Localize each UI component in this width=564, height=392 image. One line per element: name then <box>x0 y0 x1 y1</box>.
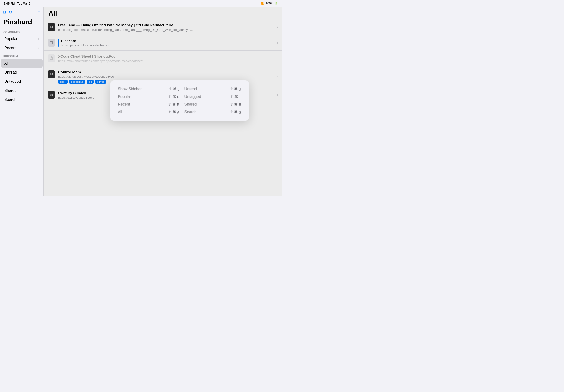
sidebar: ⊡ ⚙ + Pinshard COMMUNITY Popular › Recen… <box>0 7 44 196</box>
sidebar-item-popular-label: Popular <box>4 37 17 41</box>
settings-icon[interactable]: ⚙ <box>9 10 12 14</box>
sidebar-toggle-icon[interactable]: ⊡ <box>3 10 6 14</box>
shortcut-all-label: All <box>118 110 122 114</box>
personal-section-label: PERSONAL <box>0 53 43 59</box>
sidebar-item-recent-label: Recent <box>4 46 16 50</box>
community-section-label: COMMUNITY <box>0 28 43 34</box>
sidebar-item-search[interactable]: Search <box>1 95 42 104</box>
shortcut-recent-keys: ⇧ ⌘ R <box>168 102 179 107</box>
sidebar-item-recent[interactable]: Recent › <box>1 43 42 53</box>
battery-icon: 🔋 <box>275 2 278 5</box>
shortcut-shared: Shared ⇧ ⌘ E <box>184 102 241 107</box>
sidebar-item-all-label: All <box>4 61 9 66</box>
sidebar-item-unread-label: Unread <box>4 70 17 75</box>
shortcut-search: Search ⇧ ⌘ S <box>184 110 241 114</box>
content-area: All ✉ Free Land — Living Off Grid With N… <box>44 7 282 196</box>
sidebar-item-search-label: Search <box>4 98 16 102</box>
sidebar-toolbar: ⊡ ⚙ + <box>0 7 43 17</box>
shortcut-unread-keys: ⇧ ⌘ U <box>230 87 241 91</box>
shortcut-all: All ⇧ ⌘ A <box>118 110 179 114</box>
shortcut-shared-keys: ⇧ ⌘ E <box>230 102 241 107</box>
shortcut-untagged-label: Untagged <box>184 95 201 99</box>
shortcut-show-sidebar-keys: ⇧ ⌘ L <box>169 87 179 91</box>
shortcut-all-keys: ⇧ ⌘ A <box>168 110 179 114</box>
chevron-right-icon: › <box>38 46 39 50</box>
status-time: 5:05 PM <box>4 2 14 5</box>
sidebar-item-untagged[interactable]: Untagged <box>1 77 42 86</box>
battery-text: 100% <box>266 2 273 5</box>
sidebar-item-all[interactable]: All <box>1 59 42 68</box>
sidebar-item-unread[interactable]: Unread <box>1 68 42 77</box>
shortcuts-col-left: Show Sidebar ⇧ ⌘ L Popular ⇧ ⌘ P <box>118 87 179 114</box>
shortcut-search-keys: ⇧ ⌘ S <box>230 110 241 114</box>
wifi-icon: 📶 <box>261 2 264 5</box>
shortcut-show-sidebar: Show Sidebar ⇧ ⌘ L <box>118 87 179 91</box>
shortcuts-grid: Show Sidebar ⇧ ⌘ L Popular ⇧ ⌘ P <box>118 87 241 114</box>
sidebar-item-shared-label: Shared <box>4 88 17 93</box>
sidebar-item-popular[interactable]: Popular › <box>1 34 42 43</box>
shortcuts-modal: Show Sidebar ⇧ ⌘ L Popular ⇧ ⌘ P <box>110 80 249 121</box>
sidebar-item-untagged-label: Untagged <box>4 79 21 84</box>
sidebar-item-shared[interactable]: Shared <box>1 86 42 95</box>
shortcut-shared-label: Shared <box>184 102 197 107</box>
shortcut-recent-label: Recent <box>118 102 130 107</box>
chevron-right-icon: › <box>38 37 39 41</box>
app-title: Pinshard <box>0 17 43 28</box>
status-bar: 5:05 PM Tue Mar 9 📶 100% 🔋 <box>0 0 282 7</box>
shortcuts-col-right: Unread ⇧ ⌘ U Untagged ⇧ ⌘ T <box>180 87 241 114</box>
shortcut-show-sidebar-label: Show Sidebar <box>118 87 142 91</box>
shortcut-popular: Popular ⇧ ⌘ P <box>118 95 179 99</box>
status-date: Tue Mar 9 <box>17 2 30 5</box>
app-container: ⊡ ⚙ + Pinshard COMMUNITY Popular › Recen… <box>0 7 282 196</box>
shortcut-unread-label: Unread <box>184 87 197 91</box>
shortcut-recent: Recent ⇧ ⌘ R <box>118 102 179 107</box>
shortcut-unread: Unread ⇧ ⌘ U <box>184 87 241 91</box>
shortcut-search-label: Search <box>184 110 197 114</box>
shortcut-popular-keys: ⇧ ⌘ P <box>168 95 179 99</box>
shortcut-untagged-keys: ⇧ ⌘ T <box>230 95 241 99</box>
sidebar-toolbar-left: ⊡ ⚙ <box>3 10 12 14</box>
shortcut-untagged: Untagged ⇧ ⌘ T <box>184 95 241 99</box>
add-button[interactable]: + <box>38 9 41 15</box>
shortcut-popular-label: Popular <box>118 95 131 99</box>
status-time-date: 5:05 PM Tue Mar 9 <box>4 1 30 5</box>
status-right: 📶 100% 🔋 <box>261 2 278 5</box>
